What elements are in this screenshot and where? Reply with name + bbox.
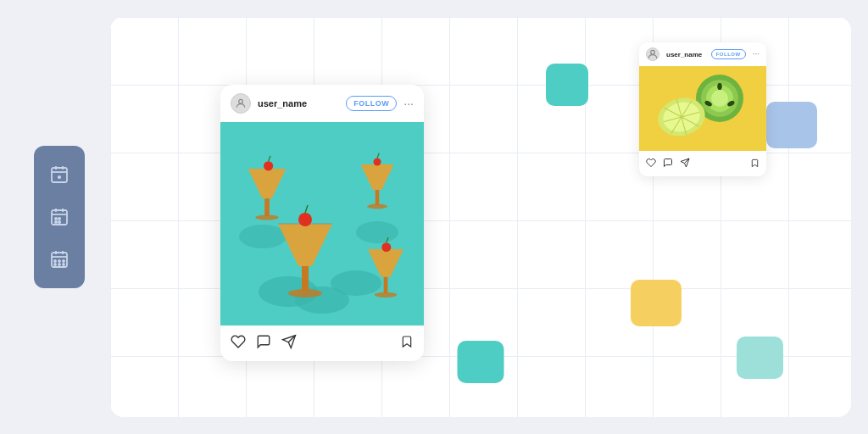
- more-options-large[interactable]: ···: [403, 97, 414, 109]
- svg-rect-31: [302, 266, 309, 292]
- username-small: user_name: [666, 51, 704, 58]
- post-card-small: user_name FOLLOW ···: [639, 42, 766, 176]
- svg-point-21: [58, 264, 60, 265]
- svg-point-11: [55, 221, 57, 223]
- post-image-large: [220, 122, 424, 326]
- svg-point-18: [58, 260, 60, 262]
- svg-point-38: [255, 214, 278, 220]
- svg-point-32: [288, 289, 322, 298]
- svg-point-4: [58, 176, 60, 178]
- svg-point-20: [54, 264, 56, 265]
- calendar-multi-icon[interactable]: [44, 202, 75, 232]
- svg-point-17: [54, 260, 56, 262]
- like-button-large[interactable]: [231, 334, 246, 353]
- svg-point-22: [63, 264, 64, 265]
- like-button-small[interactable]: [646, 156, 656, 171]
- svg-point-34: [298, 213, 312, 226]
- follow-button-large[interactable]: FOLLOW: [346, 96, 397, 111]
- svg-point-19: [63, 260, 64, 262]
- svg-point-62: [718, 83, 722, 90]
- accent-teal-top: [546, 64, 588, 106]
- follow-button-small[interactable]: FOLLOW: [711, 49, 746, 59]
- svg-rect-0: [52, 168, 67, 182]
- svg-point-23: [239, 99, 243, 103]
- svg-point-39: [264, 161, 273, 170]
- svg-point-12: [58, 221, 60, 223]
- svg-rect-37: [264, 198, 270, 216]
- avatar-small: [646, 47, 659, 61]
- username-large: user_name: [258, 98, 339, 108]
- svg-point-29: [356, 221, 398, 243]
- bookmark-button-small[interactable]: [750, 156, 760, 171]
- share-button-large[interactable]: [281, 334, 297, 353]
- avatar: [231, 93, 251, 114]
- svg-point-58: [711, 90, 728, 107]
- svg-rect-47: [384, 277, 388, 294]
- calendar-grid-icon[interactable]: [44, 244, 75, 275]
- post-actions-large: [220, 326, 424, 361]
- post-actions-small: [639, 151, 766, 176]
- bookmark-button-large[interactable]: [400, 335, 414, 352]
- comment-button-small[interactable]: [663, 156, 673, 171]
- accent-teal-br: [737, 337, 783, 379]
- svg-point-9: [55, 218, 57, 220]
- sidebar: [34, 146, 85, 288]
- accent-blue-right: [766, 102, 817, 148]
- comment-button-large[interactable]: [256, 334, 271, 353]
- svg-point-28: [239, 225, 287, 248]
- calendar-single-icon[interactable]: [44, 159, 75, 190]
- main-content-area: user_name FOLLOW ···: [110, 17, 851, 417]
- more-options-small[interactable]: ···: [753, 50, 760, 58]
- svg-rect-42: [376, 190, 380, 205]
- post-card-small-header: user_name FOLLOW ···: [639, 42, 766, 66]
- svg-point-10: [58, 218, 60, 220]
- svg-point-53: [651, 50, 655, 54]
- post-card-large-header: user_name FOLLOW ···: [220, 85, 424, 122]
- post-image-small: [639, 66, 766, 151]
- accent-yellow-right: [631, 280, 682, 326]
- post-card-large: user_name FOLLOW ···: [220, 85, 424, 361]
- svg-point-48: [375, 292, 398, 298]
- svg-point-49: [381, 242, 391, 252]
- svg-point-44: [374, 159, 381, 166]
- share-button-small[interactable]: [680, 156, 690, 171]
- svg-point-43: [367, 204, 387, 209]
- accent-teal-bottom: [458, 341, 504, 383]
